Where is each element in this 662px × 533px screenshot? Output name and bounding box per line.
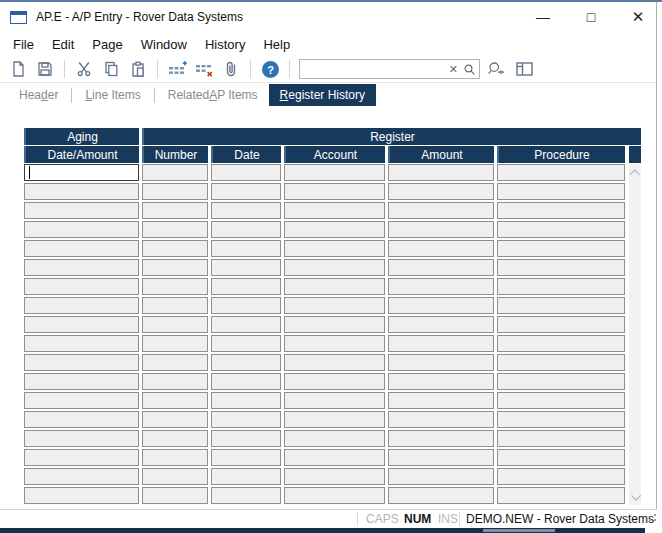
grid-cell[interactable] (211, 449, 281, 466)
grid-cell[interactable] (142, 468, 208, 485)
grid-cell[interactable] (24, 221, 139, 238)
grid-cell[interactable] (211, 221, 281, 238)
grid-cell[interactable] (142, 183, 208, 200)
grid-cell[interactable] (388, 278, 494, 295)
grid-cell[interactable] (211, 259, 281, 276)
grid-cell[interactable] (211, 278, 281, 295)
grid-cell[interactable] (497, 373, 625, 390)
grid-cell[interactable] (497, 278, 625, 295)
grid-cell[interactable] (388, 335, 494, 352)
grid-cell[interactable] (211, 354, 281, 371)
grid-cell[interactable] (284, 316, 385, 333)
grid-cell[interactable] (142, 449, 208, 466)
grid-cell[interactable] (142, 259, 208, 276)
grid-cell[interactable] (284, 487, 385, 504)
search-icon[interactable] (461, 63, 479, 76)
grid-cell[interactable] (284, 468, 385, 485)
grid-cell[interactable] (211, 316, 281, 333)
close-button[interactable]: ✕ (618, 2, 658, 32)
grid-cell[interactable] (24, 449, 139, 466)
grid-cell[interactable] (388, 430, 494, 447)
save-icon[interactable] (35, 59, 55, 79)
grid-cell[interactable] (24, 354, 139, 371)
grid-cell[interactable] (211, 164, 281, 181)
grid-cell[interactable] (497, 240, 625, 257)
delete-row-icon[interactable] (194, 59, 214, 79)
grid-cell[interactable] (284, 411, 385, 428)
grid-cell[interactable] (388, 297, 494, 314)
grid-cell[interactable] (284, 259, 385, 276)
grid-cell[interactable] (284, 278, 385, 295)
grid-cell[interactable] (497, 411, 625, 428)
help-icon[interactable]: ? (260, 59, 280, 79)
grid-cell[interactable] (284, 335, 385, 352)
active-grid-cell[interactable] (24, 164, 139, 181)
grid-cell[interactable] (497, 430, 625, 447)
grid-cell[interactable] (497, 259, 625, 276)
menu-page[interactable]: Page (83, 33, 131, 56)
grid-cell[interactable] (142, 164, 208, 181)
grid-cell[interactable] (284, 392, 385, 409)
grid-cell[interactable] (142, 240, 208, 257)
grid-cell[interactable] (142, 316, 208, 333)
grid-cell[interactable] (24, 335, 139, 352)
grid-cell[interactable] (24, 316, 139, 333)
layout-icon[interactable] (514, 59, 534, 79)
grid-cell[interactable] (211, 468, 281, 485)
maximize-button[interactable]: □ (571, 2, 611, 32)
grid-cell[interactable] (497, 183, 625, 200)
grid-cell[interactable] (24, 468, 139, 485)
grid-cell[interactable] (211, 202, 281, 219)
paste-icon[interactable] (128, 59, 148, 79)
grid-cell[interactable] (388, 164, 494, 181)
grid-cell[interactable] (388, 221, 494, 238)
grid-cell[interactable] (497, 297, 625, 314)
grid-cell[interactable] (211, 487, 281, 504)
grid-cell[interactable] (24, 183, 139, 200)
tab-line-items[interactable]: Line Items (74, 84, 151, 106)
grid-cell[interactable] (142, 430, 208, 447)
grid-cell[interactable] (24, 278, 139, 295)
grid-cell[interactable] (284, 297, 385, 314)
grid-cell[interactable] (388, 240, 494, 257)
grid-cell[interactable] (497, 164, 625, 181)
resize-grip[interactable] (649, 519, 651, 521)
attachment-icon[interactable] (221, 59, 241, 79)
grid-cell[interactable] (497, 354, 625, 371)
grid-cell[interactable] (24, 430, 139, 447)
grid-cell[interactable] (142, 202, 208, 219)
grid-cell[interactable] (211, 240, 281, 257)
grid-cell[interactable] (284, 221, 385, 238)
grid-cell[interactable] (24, 202, 139, 219)
grid-cell[interactable] (497, 221, 625, 238)
grid-cell[interactable] (388, 202, 494, 219)
grid-cell[interactable] (388, 316, 494, 333)
vertical-scrollbar[interactable] (629, 164, 641, 505)
copy-icon[interactable] (101, 59, 121, 79)
search-clear-icon[interactable]: ✕ (446, 63, 461, 76)
grid-cell[interactable] (497, 392, 625, 409)
grid-cell[interactable] (284, 449, 385, 466)
grid-cell[interactable] (284, 430, 385, 447)
grid-cell[interactable] (24, 487, 139, 504)
menu-file[interactable]: File (4, 33, 43, 56)
scroll-down-icon[interactable] (629, 490, 641, 502)
grid-cell[interactable] (211, 335, 281, 352)
grid-cell[interactable] (284, 373, 385, 390)
grid-cell[interactable] (388, 468, 494, 485)
menu-history[interactable]: History (196, 33, 254, 56)
advanced-search-icon[interactable] (487, 59, 507, 79)
grid-cell[interactable] (24, 259, 139, 276)
grid-cell[interactable] (142, 335, 208, 352)
grid-cell[interactable] (388, 487, 494, 504)
grid-cell[interactable] (388, 373, 494, 390)
grid-cell[interactable] (24, 392, 139, 409)
search-input[interactable] (300, 61, 446, 77)
grid-cell[interactable] (497, 316, 625, 333)
minimize-button[interactable]: — (523, 2, 563, 32)
grid-cell[interactable] (284, 354, 385, 371)
grid-cell[interactable] (497, 335, 625, 352)
grid-cell[interactable] (211, 392, 281, 409)
grid-cell[interactable] (211, 430, 281, 447)
grid-cell[interactable] (142, 487, 208, 504)
